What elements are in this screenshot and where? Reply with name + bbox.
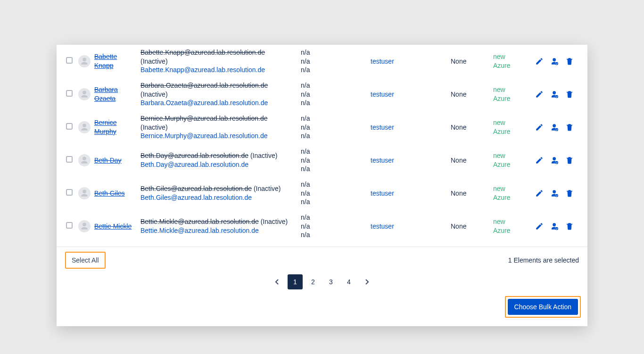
- na-value: n/a: [301, 91, 310, 98]
- users-table: Babette KnappBabette.Knapp@azuread.lab.r…: [63, 45, 581, 243]
- na-value: n/a: [301, 189, 310, 197]
- select-all-button[interactable]: Select All: [65, 252, 106, 269]
- edit-icon[interactable]: [535, 57, 544, 66]
- na-value: n/a: [301, 115, 310, 122]
- edit-icon[interactable]: [535, 222, 544, 231]
- user-check-icon[interactable]: [550, 156, 559, 165]
- svg-point-5: [555, 227, 558, 230]
- table-row: Babette KnappBabette.Knapp@azuread.lab.r…: [63, 45, 581, 78]
- trash-icon[interactable]: [565, 189, 574, 198]
- user-name-link[interactable]: Bernice Murphy: [94, 118, 135, 136]
- edit-icon[interactable]: [535, 123, 544, 132]
- row-checkbox[interactable]: [66, 189, 73, 196]
- user-check-icon[interactable]: [550, 57, 559, 66]
- svg-point-4: [555, 194, 558, 197]
- page-prev-button[interactable]: [270, 274, 285, 289]
- status-azure: Azure: [493, 227, 511, 234]
- user-check-icon[interactable]: [550, 123, 559, 132]
- table-row: Barbara OzaetaBarbara.Ozaeta@azuread.lab…: [63, 78, 581, 111]
- user-name-link[interactable]: Bettie Mickle: [94, 222, 132, 231]
- user-check-icon[interactable]: [550, 90, 559, 99]
- status-new: new: [493, 86, 505, 93]
- none-value: None: [451, 222, 466, 230]
- group-link[interactable]: testuser: [371, 58, 394, 65]
- trash-icon[interactable]: [565, 156, 574, 165]
- inactive-label: (Inactive): [250, 152, 278, 159]
- bottom-row-1: Select All 1 Elements are selected: [63, 252, 581, 273]
- status-azure: Azure: [493, 194, 511, 201]
- new-email-link[interactable]: Babette.Knapp@azuread.lab.resolution.de: [140, 66, 265, 74]
- status-new: new: [493, 53, 505, 60]
- edit-icon[interactable]: [535, 90, 544, 99]
- status-new: new: [493, 185, 505, 192]
- none-value: None: [451, 123, 466, 131]
- na-value: n/a: [301, 123, 310, 131]
- svg-point-3: [555, 161, 558, 164]
- na-value: n/a: [301, 58, 310, 65]
- avatar: [78, 187, 91, 199]
- page-number-2[interactable]: 2: [305, 274, 321, 289]
- new-email-link[interactable]: Beth.Day@azuread.lab.resolution.de: [140, 161, 248, 168]
- trash-icon[interactable]: [565, 57, 574, 66]
- user-check-icon[interactable]: [550, 189, 559, 198]
- na-value: n/a: [301, 165, 310, 173]
- new-email-link[interactable]: Barbara.Ozaeta@azuread.lab.resolution.de: [140, 99, 268, 107]
- old-email: Barbara.Ozaeta@azuread.lab.resolution.de: [140, 82, 268, 89]
- user-name-link[interactable]: Babette Knapp: [94, 52, 135, 70]
- page-number-1[interactable]: 1: [288, 274, 303, 289]
- edit-icon[interactable]: [535, 189, 544, 198]
- na-value: n/a: [301, 99, 310, 107]
- na-value: n/a: [301, 231, 310, 239]
- status-azure: Azure: [493, 95, 511, 102]
- status-new: new: [493, 119, 505, 126]
- group-link[interactable]: testuser: [371, 156, 394, 164]
- edit-icon[interactable]: [535, 156, 544, 165]
- na-value: n/a: [301, 82, 310, 89]
- user-name-link[interactable]: Barbara Ozaeta: [94, 85, 135, 103]
- avatar: [78, 154, 91, 166]
- row-checkbox[interactable]: [66, 222, 73, 229]
- trash-icon[interactable]: [565, 123, 574, 132]
- divider: [57, 247, 587, 247]
- group-link[interactable]: testuser: [371, 91, 394, 98]
- status-azure: Azure: [493, 128, 511, 135]
- new-email-link[interactable]: Bettie.Mickle@azuread.lab.resolution.de: [140, 227, 259, 234]
- table-row: Bettie MickleBettie.Mickle@azuread.lab.r…: [63, 210, 581, 243]
- trash-icon[interactable]: [565, 90, 574, 99]
- choose-bulk-action-button[interactable]: Choose Bulk Action: [508, 299, 578, 315]
- page-number-3[interactable]: 3: [323, 274, 339, 289]
- page-number-4[interactable]: 4: [341, 274, 356, 289]
- group-link[interactable]: testuser: [371, 222, 394, 230]
- table-row: Beth GilesBeth.Giles@azuread.lab.resolut…: [63, 177, 581, 210]
- status-azure: Azure: [493, 62, 511, 69]
- status-azure: Azure: [493, 161, 511, 168]
- row-checkbox[interactable]: [66, 57, 73, 64]
- na-value: n/a: [301, 156, 310, 164]
- avatar: [78, 220, 91, 232]
- trash-icon[interactable]: [565, 222, 574, 231]
- user-name-link[interactable]: Beth Day: [94, 156, 122, 165]
- old-email: Bettie.Mickle@azuread.lab.resolution.de: [140, 218, 259, 225]
- bulk-action-highlight: Choose Bulk Action: [505, 296, 581, 318]
- inactive-label: (Inactive): [140, 58, 168, 65]
- user-check-icon[interactable]: [550, 222, 559, 231]
- new-email-link[interactable]: Beth.Giles@azuread.lab.resolution.de: [140, 194, 252, 201]
- avatar: [78, 55, 91, 67]
- new-email-link[interactable]: Bernice.Murphy@azuread.lab.resolution.de: [140, 132, 267, 140]
- none-value: None: [451, 156, 466, 164]
- user-name-link[interactable]: Beth Giles: [94, 189, 125, 198]
- page-next-button[interactable]: [359, 274, 374, 289]
- group-link[interactable]: testuser: [371, 189, 394, 197]
- none-value: None: [451, 58, 466, 65]
- group-link[interactable]: testuser: [371, 123, 394, 131]
- svg-point-1: [555, 95, 558, 98]
- selection-count: 1 Elements are selected: [508, 256, 579, 264]
- inactive-label: (Inactive): [254, 185, 281, 192]
- row-checkbox[interactable]: [66, 90, 73, 97]
- old-email: Beth.Giles@azuread.lab.resolution.de: [140, 185, 252, 192]
- row-checkbox[interactable]: [66, 156, 73, 163]
- old-email: Beth.Day@azuread.lab.resolution.de: [140, 152, 248, 159]
- row-checkbox[interactable]: [66, 123, 73, 130]
- avatar: [78, 121, 91, 133]
- inactive-label: (Inactive): [261, 218, 288, 225]
